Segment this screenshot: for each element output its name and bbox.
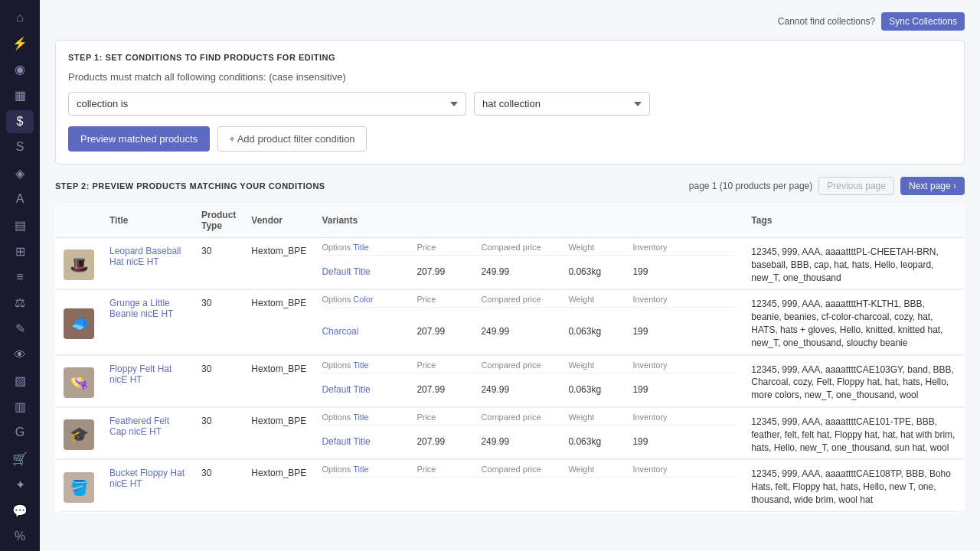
condition-row: collection is title contains vendor is t…: [68, 92, 952, 116]
table-row: 👒Floppy Felt Hat nicE HT30Hextom_BPEOpti…: [56, 355, 965, 383]
header-tags: Tags: [743, 204, 964, 238]
tag-icon[interactable]: ◈: [6, 161, 34, 184]
list-icon[interactable]: ≡: [6, 266, 34, 289]
product-title-cell: Leopard Baseball Hat nicE HT: [102, 238, 194, 289]
product-title-cell: Grunge a Little Beanie nicE HT: [102, 290, 194, 354]
product-vendor-cell: Hextom_BPE: [243, 407, 314, 458]
header-title: Title: [102, 204, 194, 238]
clock-icon[interactable]: ◉: [6, 58, 34, 81]
product-title-link[interactable]: Bucket Floppy Hat nicE HT: [109, 468, 185, 489]
product-type-cell: 30: [194, 355, 243, 406]
variant-header-cell: Options ColorPriceCompared priceWeightIn…: [314, 290, 743, 324]
product-tags-cell: 12345, 999, AAA, aaaattttCAE103GY, band,…: [743, 355, 964, 406]
filter-type-select[interactable]: collection is title contains vendor is t…: [68, 92, 466, 116]
cart-icon[interactable]: 🛒: [6, 447, 34, 470]
product-title-link[interactable]: Leopard Baseball Hat nicE HT: [109, 246, 181, 267]
sync-collections-button[interactable]: Sync Collections: [881, 12, 965, 31]
variant-values-cell: Default Title207.99249.990.063kg199: [314, 265, 743, 289]
condition-description: Products must match all following condit…: [68, 71, 952, 83]
image-icon[interactable]: ▨: [6, 370, 34, 393]
variant-values-cell: Charcoal207.99249.990.063kg199: [314, 324, 743, 354]
action-row: Preview matched products + Add product f…: [68, 126, 952, 152]
product-image-cell: 👒: [56, 355, 103, 406]
variant-header-cell: Options TitlePriceCompared priceWeightIn…: [314, 460, 743, 499]
product-vendor-cell: Hextom_BPE: [243, 290, 314, 354]
product-type-cell: 30: [194, 460, 243, 511]
header-variants: Variants: [314, 204, 743, 238]
speech-icon[interactable]: 💬: [6, 499, 34, 522]
product-vendor-cell: Hextom_BPE: [243, 460, 314, 511]
table-header-row: Title Product Type Vendor Variants Tags: [56, 204, 965, 238]
step1-card: STEP 1: SET CONDITIONS TO FIND PRODUCTS …: [55, 40, 965, 165]
next-page-label: Next page: [909, 181, 951, 191]
home-icon[interactable]: ⌂: [6, 6, 34, 29]
header-vendor: Vendor: [243, 204, 314, 238]
step2-title: STEP 2: PREVIEW PRODUCTS MATCHING YOUR C…: [55, 181, 325, 191]
add-filter-button[interactable]: + Add product filter condition: [217, 126, 366, 152]
main-content: Cannot find collections? Sync Collection…: [40, 0, 980, 551]
product-image: 🎩: [64, 249, 94, 280]
product-image: 🧢: [64, 308, 94, 339]
dollar-icon[interactable]: $: [6, 110, 34, 133]
product-image-cell: 🎓: [56, 407, 103, 458]
grid3-icon[interactable]: ⊞: [6, 240, 34, 262]
lightning-icon[interactable]: ⚡: [6, 32, 34, 55]
barcode-icon[interactable]: ▥: [6, 396, 34, 419]
previous-page-button[interactable]: Previous page: [818, 177, 894, 195]
product-image-cell: 🎩: [56, 238, 103, 289]
sale-icon[interactable]: S: [6, 136, 34, 159]
product-title-cell: Bucket Floppy Hat nicE HT: [102, 460, 194, 511]
product-type-cell: 30: [194, 290, 243, 354]
grid2-icon[interactable]: ▤: [6, 214, 34, 236]
table-row: 🎓Feathered Felt Cap nicE HT30Hextom_BPEO…: [56, 407, 965, 435]
separator-row: [56, 511, 965, 512]
filter-value-select[interactable]: hat collection winter collection summer …: [474, 92, 650, 116]
next-page-button[interactable]: Next page ›: [900, 177, 965, 195]
eye-icon[interactable]: 👁: [6, 344, 34, 367]
table-row: 🎩Leopard Baseball Hat nicE HT30Hextom_BP…: [56, 238, 965, 266]
header-product-type: Product Type: [194, 204, 243, 238]
font-icon[interactable]: A: [6, 187, 34, 210]
product-image: 🎓: [64, 419, 94, 450]
preview-matched-button[interactable]: Preview matched products: [68, 126, 210, 152]
scale-icon[interactable]: ⚖: [6, 292, 34, 315]
product-tags-cell: 12345, 999, AAA, aaaattttCAE101-TPE, BBB…: [743, 407, 964, 458]
table-row: 🪣Bucket Floppy Hat nicE HT30Hextom_BPEOp…: [56, 460, 965, 499]
variant-values-cell: Default Title207.99249.990.063kg199: [314, 435, 743, 459]
product-image: 👒: [64, 367, 94, 398]
product-title-link[interactable]: Grunge a Little Beanie nicE HT: [109, 298, 173, 319]
pagination: page 1 (10 products per page) Previous p…: [689, 177, 965, 195]
product-tags-cell: 12345, 999, AAA, aaaattttHT-KLTH1, BBB, …: [743, 290, 964, 354]
product-image-cell: 🧢: [56, 290, 103, 354]
variant-header-cell: Options TitlePriceCompared priceWeightIn…: [314, 355, 743, 383]
product-type-cell: 30: [194, 407, 243, 458]
product-image-cell: 🪣: [56, 460, 103, 511]
truck-icon[interactable]: ▦: [6, 84, 34, 107]
percent-icon[interactable]: %: [6, 525, 34, 548]
variant-header-cell: Options TitlePriceCompared priceWeightIn…: [314, 407, 743, 435]
product-table: Title Product Type Vendor Variants Tags …: [55, 203, 965, 513]
product-tags-cell: 12345, 999, AAA, aaaattttCAE108TP, BBB, …: [743, 460, 964, 511]
product-title-link[interactable]: Feathered Felt Cap nicE HT: [109, 416, 169, 437]
topbar: Cannot find collections? Sync Collection…: [55, 12, 965, 31]
chevron-right-icon: ›: [953, 181, 956, 191]
puzzle-icon[interactable]: ✦: [6, 473, 34, 496]
product-title-cell: Feathered Felt Cap nicE HT: [102, 407, 194, 458]
product-title-link[interactable]: Floppy Felt Hat nicE HT: [109, 364, 172, 385]
variant-values-cell: [314, 498, 743, 511]
variant-header-cell: Options TitlePriceCompared priceWeightIn…: [314, 238, 743, 266]
pagination-text: page 1 (10 products per page): [689, 181, 812, 191]
product-image: 🪣: [64, 472, 94, 503]
edit-icon[interactable]: ✎: [6, 318, 34, 341]
product-type-cell: 30: [194, 238, 243, 289]
product-tags-cell: 12345, 999, AAA, aaaattttPL-CHEETAH-BRN,…: [743, 238, 964, 289]
cannot-find-text: Cannot find collections?: [778, 16, 875, 27]
step2-header: STEP 2: PREVIEW PRODUCTS MATCHING YOUR C…: [55, 177, 965, 195]
step1-title: STEP 1: SET CONDITIONS TO FIND PRODUCTS …: [68, 53, 952, 62]
product-title-cell: Floppy Felt Hat nicE HT: [102, 355, 194, 406]
product-vendor-cell: Hextom_BPE: [243, 238, 314, 289]
variant-values-cell: Default Title207.99249.990.063kg199: [314, 383, 743, 407]
product-vendor-cell: Hextom_BPE: [243, 355, 314, 406]
sidebar: ⌂ ⚡ ◉ ▦ $ S ◈ A ▤ ⊞ ≡ ⚖ ✎ 👁 ▨ ▥ G 🛒 ✦ 💬 …: [0, 0, 40, 551]
g-icon[interactable]: G: [6, 422, 34, 445]
